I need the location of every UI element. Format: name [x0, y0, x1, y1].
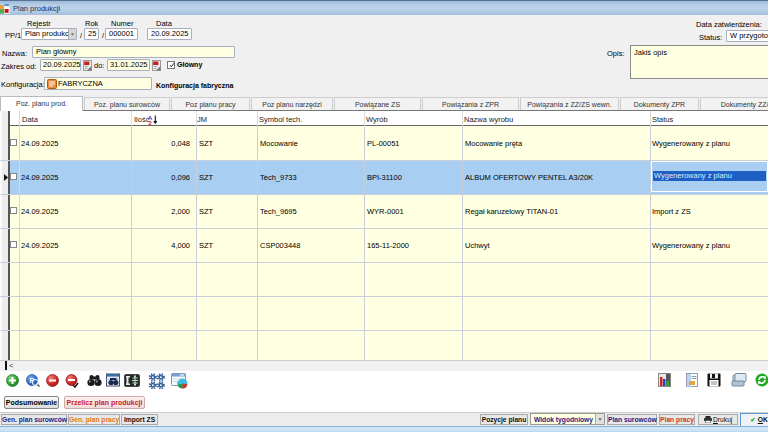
svg-text:2: 2	[149, 120, 152, 125]
